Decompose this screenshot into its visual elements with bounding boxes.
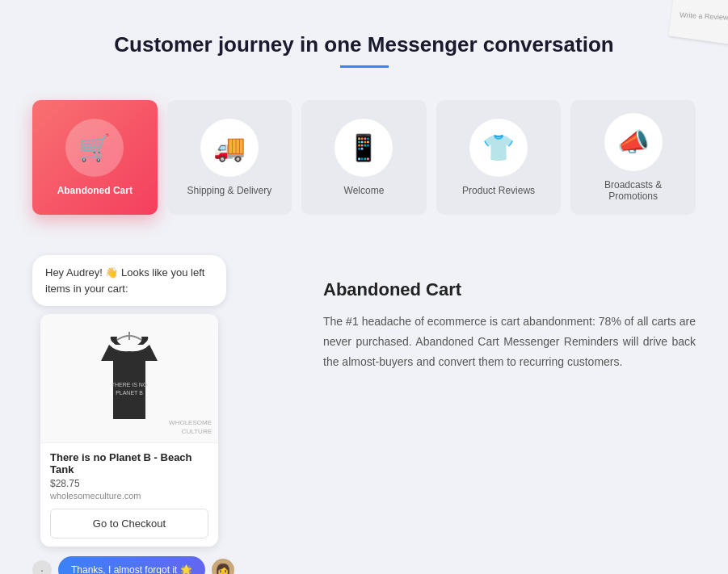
- category-icon-abandoned-cart: 🛒: [65, 119, 124, 177]
- category-label-welcome: Welcome: [344, 185, 385, 196]
- category-card-product-reviews[interactable]: 👕Product Reviews: [436, 100, 562, 215]
- category-card-broadcasts-promotions[interactable]: 📣Broadcasts & Promotions: [570, 100, 696, 215]
- category-icon-product-reviews: 👕: [469, 119, 528, 177]
- category-label-abandoned-cart: Abandoned Cart: [57, 185, 133, 196]
- category-label-broadcasts-promotions: Broadcasts & Promotions: [579, 179, 688, 202]
- description-section: Abandoned Cart The #1 headache of ecomme…: [323, 255, 696, 373]
- category-icon-broadcasts-promotions: 📣: [604, 113, 663, 171]
- svg-text:PLANET B: PLANET B: [116, 390, 143, 396]
- category-icon-welcome: 📱: [335, 119, 393, 177]
- category-label-product-reviews: Product Reviews: [462, 185, 535, 196]
- product-watermark: WHOLESOME CULTURE: [169, 419, 212, 436]
- chat-mockup: Hey Audrey! 👋 Looks like you left items …: [32, 255, 275, 574]
- title-section: Customer journey in one Messenger conver…: [32, 32, 696, 68]
- content-area: Hey Audrey! 👋 Looks like you left items …: [32, 255, 696, 574]
- product-site: wholesomeculture.com: [50, 491, 208, 501]
- reply-row: · Thanks, I almost forgot it 🌟 👩: [32, 556, 275, 574]
- category-card-abandoned-cart[interactable]: 🛒Abandoned Cart: [32, 100, 158, 215]
- category-icon-shipping-delivery: 🚚: [200, 119, 259, 177]
- dot-icon: ·: [32, 560, 52, 574]
- category-label-shipping-delivery: Shipping & Delivery: [187, 185, 272, 196]
- categories-row: 🛒Abandoned Cart🚚Shipping & Delivery📱Welc…: [32, 100, 696, 215]
- title-underline: [340, 65, 389, 68]
- description-text: The #1 headache of ecommerce is cart aba…: [323, 312, 696, 373]
- product-price: $28.75: [50, 478, 208, 489]
- chat-greeting-bubble: Hey Audrey! 👋 Looks like you left items …: [32, 255, 226, 306]
- category-card-shipping-delivery[interactable]: 🚚Shipping & Delivery: [167, 100, 292, 215]
- page-title: Customer journey in one Messenger conver…: [32, 32, 696, 57]
- checkout-button[interactable]: Go to Checkout: [50, 509, 208, 538]
- description-title: Abandoned Cart: [323, 279, 696, 300]
- product-name: There is no Planet B - Beach Tank: [50, 451, 208, 476]
- user-avatar: 👩: [212, 559, 234, 574]
- svg-text:THERE IS NO: THERE IS NO: [112, 382, 148, 388]
- product-details: There is no Planet B - Beach Tank $28.75…: [40, 443, 218, 547]
- category-card-welcome[interactable]: 📱Welcome: [301, 100, 427, 215]
- product-image-area: THERE IS NO PLANET B WHOLESOME CULTURE: [40, 314, 218, 443]
- reply-bubble: Thanks, I almost forgot it 🌟: [58, 556, 205, 574]
- tank-top-image: THERE IS NO PLANET B: [93, 330, 166, 427]
- chat-product-card: THERE IS NO PLANET B WHOLESOME CULTURE T…: [40, 314, 218, 547]
